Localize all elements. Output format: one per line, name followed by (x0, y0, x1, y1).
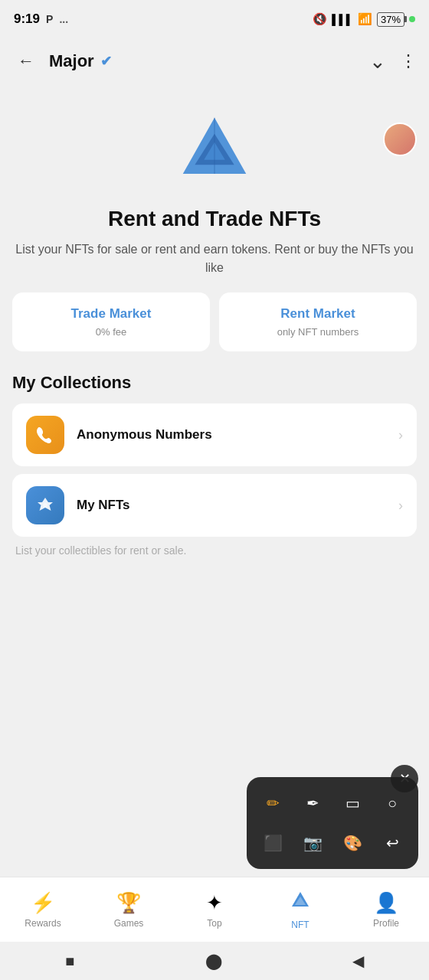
signal-icon: ▌▌▌ (332, 14, 353, 25)
hero-subtitle: List your NFTs for sale or rent and earn… (12, 240, 417, 277)
solid-rect-tool[interactable]: ⬛ (256, 826, 290, 860)
top-icon: ✦ (206, 891, 223, 915)
anonymous-numbers-label: Anonymous Numbers (77, 427, 398, 443)
app-logo (172, 107, 257, 191)
rewards-label: Rewards (25, 918, 61, 929)
nav-profile[interactable]: 👤 Profile (343, 891, 429, 929)
rent-market-sub: only NFT numbers (231, 326, 404, 338)
header-right: ⌄ ⋮ (369, 50, 417, 74)
chevron-right-icon-2: › (398, 498, 403, 514)
nav-games[interactable]: 🏆 Games (86, 891, 172, 929)
rectangle-tool[interactable]: ▭ (336, 786, 369, 820)
nav-nft[interactable]: NFT (257, 890, 343, 930)
status-time: 9:19 (14, 11, 40, 27)
menu-button[interactable]: ⋮ (400, 51, 417, 71)
games-icon: 🏆 (116, 891, 141, 915)
nav-rewards[interactable]: ⚡ Rewards (0, 891, 86, 929)
rent-market-button[interactable]: Rent Market only NFT numbers (219, 292, 417, 351)
trade-market-label: Trade Market (25, 306, 198, 322)
collection-my-nfts[interactable]: My NFTs › (12, 474, 417, 537)
color-tool[interactable]: 🎨 (336, 826, 369, 860)
games-label: Games (114, 918, 144, 929)
status-left: 9:19 P ... (14, 11, 68, 27)
my-nfts-label: My NFTs (77, 498, 398, 513)
floating-toolbar: ✏ ✒ ▭ ○ ⬛ 📷 🎨 ↩ (247, 777, 418, 869)
header: ← Major ✔ ⌄ ⋮ (0, 38, 429, 84)
header-left: ← Major ✔ (12, 47, 112, 75)
nav-top[interactable]: ✦ Top (172, 891, 257, 929)
status-p: P (46, 13, 53, 25)
chevron-right-icon: › (398, 427, 403, 443)
system-nav: ■ ⬤ ◀ (0, 942, 429, 980)
status-bar: 9:19 P ... 🔇 ▌▌▌ 📶 37% (0, 0, 429, 38)
bottom-nav: ⚡ Rewards 🏆 Games ✦ Top NFT 👤 Profile (0, 877, 429, 942)
pencil-tool[interactable]: ✏ (256, 786, 290, 820)
header-title: Major ✔ (49, 51, 112, 71)
logo-section (12, 107, 417, 191)
trade-market-button[interactable]: Trade Market 0% fee (12, 292, 210, 351)
rewards-icon: ⚡ (31, 891, 55, 915)
rent-market-label: Rent Market (231, 306, 404, 322)
status-dots: ... (59, 13, 68, 25)
hero-title: Rent and Trade NFTs (12, 207, 417, 231)
status-right: 🔇 ▌▌▌ 📶 37% (313, 12, 415, 27)
main-content: Rent and Trade NFTs List your NFTs for s… (0, 84, 429, 557)
stop-button[interactable]: ■ (65, 952, 74, 970)
user-avatar (383, 122, 417, 156)
nft-icon (290, 890, 311, 916)
collection-anonymous-numbers[interactable]: Anonymous Numbers › (12, 403, 417, 466)
undo-tool[interactable]: ↩ (375, 826, 409, 860)
home-button[interactable]: ⬤ (205, 952, 222, 970)
dropdown-button[interactable]: ⌄ (369, 50, 386, 74)
market-buttons: Trade Market 0% fee Rent Market only NFT… (12, 292, 417, 351)
svg-point-4 (43, 503, 47, 508)
circle-tool[interactable]: ○ (375, 786, 409, 820)
wifi-icon: 📶 (358, 12, 372, 26)
back-button-sys[interactable]: ◀ (352, 952, 364, 970)
top-label: Top (207, 918, 221, 929)
collections-title: My Collections (12, 373, 417, 393)
camera-tool[interactable]: 📷 (296, 826, 329, 860)
nft-label: NFT (291, 920, 309, 930)
battery-dot (409, 16, 415, 22)
profile-icon: 👤 (374, 891, 398, 915)
collections-section: My Collections Anonymous Numbers › My NF… (12, 373, 417, 557)
verified-badge: ✔ (100, 53, 112, 70)
mute-icon: 🔇 (313, 12, 327, 26)
my-nfts-icon (26, 486, 64, 524)
back-button[interactable]: ← (12, 47, 40, 75)
title-section: Rent and Trade NFTs List your NFTs for s… (12, 207, 417, 277)
collections-hint: List your collectibles for rent or sale. (12, 544, 417, 557)
battery-icon: 37% (377, 12, 404, 27)
pen-tool[interactable]: ✒ (296, 786, 329, 820)
profile-label: Profile (373, 918, 399, 929)
trade-market-sub: 0% fee (25, 326, 198, 338)
anonymous-numbers-icon (26, 416, 64, 454)
